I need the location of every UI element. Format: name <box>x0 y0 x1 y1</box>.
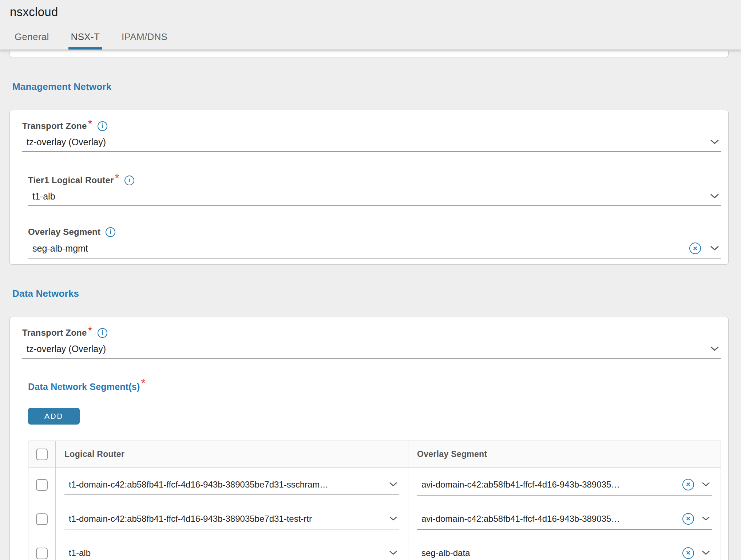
logical-router-select[interactable]: t1-alb <box>64 547 399 560</box>
data-networks-card: Transport Zone * i tz-overlay (Overlay) … <box>9 317 729 560</box>
data-network-segments-heading: Data Network Segment(s) <box>28 382 140 392</box>
tab-ipam-dns[interactable]: IPAM/DNS <box>119 31 170 50</box>
tab-general[interactable]: General <box>12 31 52 50</box>
tier1-logical-router-select[interactable]: t1-alb <box>28 189 721 206</box>
clear-selection-icon[interactable]: ✕ <box>689 242 701 254</box>
table-row: t1-domain-c42:ab58fb41-ffcf-4d16-943b-38… <box>28 502 721 536</box>
overlay-segment-value: seg-alb-mgmt <box>32 243 682 254</box>
logical-router-column-header: Logical Router <box>64 449 124 459</box>
logical-router-select[interactable]: t1-domain-c42:ab58fb41-ffcf-4d16-943b-38… <box>64 513 399 529</box>
logical-router-select[interactable]: t1-domain-c42:ab58fb41-ffcf-4d16-943b-38… <box>64 478 399 495</box>
data-transport-zone-section: Transport Zone * i tz-overlay (Overlay) <box>10 317 728 364</box>
required-asterisk: * <box>141 380 145 387</box>
overlay-segment-value: avi-domain-c42:ab58fb41-ffcf-4d16-943b-3… <box>421 513 677 524</box>
transport-zone-select[interactable]: tz-overlay (Overlay) <box>22 135 721 152</box>
overlay-segment-value: avi-domain-c42:ab58fb41-ffcf-4d16-943b-3… <box>421 479 677 490</box>
info-icon[interactable]: i <box>124 176 134 185</box>
overlay-segment-column-header: Overlay Segment <box>417 449 487 459</box>
data-transport-zone-value: tz-overlay (Overlay) <box>27 343 701 354</box>
chevron-down-icon[interactable] <box>702 551 710 555</box>
page-content: Management Network Transport Zone * i tz… <box>0 51 741 560</box>
management-network-heading: Management Network <box>12 81 729 92</box>
clear-selection-icon[interactable]: ✕ <box>682 479 694 490</box>
management-transport-zone-section: Transport Zone * i tz-overlay (Overlay) <box>10 110 728 157</box>
required-asterisk: * <box>88 121 92 128</box>
logical-router-value: t1-domain-c42:ab58fb41-ffcf-4d16-943b-38… <box>69 479 381 490</box>
tab-bar: General NSX-T IPAM/DNS <box>0 31 741 50</box>
overlay-segment-select[interactable]: avi-domain-c42:ab58fb41-ffcf-4d16-943b-3… <box>417 512 712 530</box>
data-networks-heading: Data Networks <box>12 288 729 299</box>
row-checkbox[interactable] <box>36 513 48 525</box>
info-icon[interactable]: i <box>98 121 107 131</box>
chevron-down-icon[interactable] <box>702 482 710 487</box>
table-row: t1-alb seg-alb-data ✕ <box>28 536 721 560</box>
required-asterisk: * <box>115 175 119 182</box>
chevron-down-icon[interactable] <box>710 139 719 145</box>
chevron-down-icon[interactable] <box>389 482 397 487</box>
info-icon[interactable]: i <box>98 328 107 338</box>
tier1-logical-router-value: t1-alb <box>32 191 701 202</box>
data-transport-zone-field: Transport Zone * i tz-overlay (Overlay) <box>22 327 721 359</box>
add-segment-button[interactable]: ADD <box>28 408 80 425</box>
transport-zone-value: tz-overlay (Overlay) <box>27 137 701 147</box>
chevron-down-icon[interactable] <box>389 516 397 521</box>
page-title: nsxcloud <box>10 5 741 19</box>
select-all-checkbox[interactable] <box>36 449 48 460</box>
table-row: t1-domain-c42:ab58fb41-ffcf-4d16-943b-38… <box>28 468 721 502</box>
data-network-segments-section: Data Network Segment(s) * ADD Logical Ro… <box>10 364 728 560</box>
chevron-down-icon[interactable] <box>710 194 719 199</box>
previous-card-bottom-edge <box>9 51 729 58</box>
transport-zone-label: Transport Zone <box>22 121 87 131</box>
chevron-down-icon[interactable] <box>710 246 719 251</box>
table-header-row: Logical Router Overlay Segment <box>28 441 721 468</box>
clear-selection-icon[interactable]: ✕ <box>682 547 694 559</box>
info-icon[interactable]: i <box>106 227 115 237</box>
chevron-down-icon[interactable] <box>702 516 710 521</box>
overlay-segment-select[interactable]: avi-domain-c42:ab58fb41-ffcf-4d16-943b-3… <box>417 478 712 496</box>
row-checkbox[interactable] <box>36 548 48 559</box>
logical-router-value: t1-alb <box>69 548 381 559</box>
clear-selection-icon[interactable]: ✕ <box>682 513 694 525</box>
transport-zone-field: Transport Zone * i tz-overlay (Overlay) <box>22 121 721 152</box>
overlay-segment-field: Overlay Segment i seg-alb-mgmt ✕ <box>28 226 721 259</box>
data-transport-zone-label: Transport Zone <box>22 328 87 338</box>
tab-nsx-t[interactable]: NSX-T <box>68 31 103 50</box>
management-router-segment-section: Tier1 Logical Router * i t1-alb Overlay … <box>10 157 728 264</box>
tier1-logical-router-label: Tier1 Logical Router <box>28 175 114 185</box>
overlay-segment-label: Overlay Segment <box>28 227 100 237</box>
overlay-segment-value: seg-alb-data <box>421 548 677 559</box>
management-network-card: Transport Zone * i tz-overlay (Overlay) … <box>9 110 729 265</box>
segments-table: Logical Router Overlay Segment t1-domain… <box>28 441 721 560</box>
row-checkbox[interactable] <box>36 479 48 491</box>
chevron-down-icon[interactable] <box>389 551 397 555</box>
overlay-segment-select[interactable]: seg-alb-mgmt ✕ <box>28 241 721 259</box>
page-header: nsxcloud General NSX-T IPAM/DNS <box>0 0 741 50</box>
required-asterisk: * <box>88 327 92 335</box>
logical-router-value: t1-domain-c42:ab58fb41-ffcf-4d16-943b-38… <box>69 513 381 524</box>
overlay-segment-select[interactable]: seg-alb-data ✕ <box>417 547 712 560</box>
tier1-logical-router-field: Tier1 Logical Router * i t1-alb <box>28 175 721 206</box>
data-transport-zone-select[interactable]: tz-overlay (Overlay) <box>22 342 721 359</box>
chevron-down-icon[interactable] <box>710 346 719 351</box>
